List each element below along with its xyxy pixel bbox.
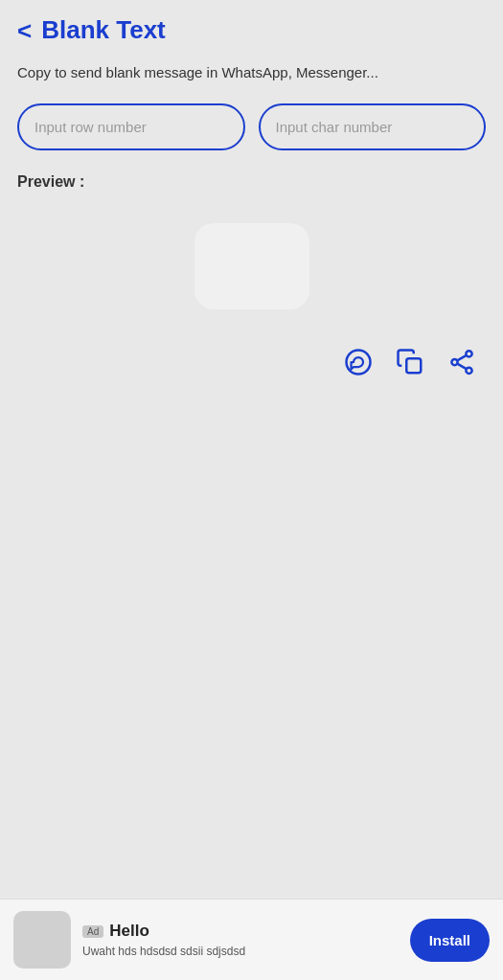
subtitle-text: Copy to send blank message in WhatsApp, … bbox=[17, 62, 486, 82]
svg-line-5 bbox=[458, 355, 467, 360]
page-title: Blank Text bbox=[41, 15, 166, 45]
ad-label-row: Ad Hello bbox=[82, 922, 399, 941]
ad-text-block: Ad Hello Uwaht hds hdsdsd sdsii sdjsdsd bbox=[82, 922, 399, 958]
svg-point-2 bbox=[466, 351, 471, 356]
install-button[interactable]: Install bbox=[410, 919, 490, 962]
svg-point-0 bbox=[347, 351, 371, 375]
whatsapp-icon[interactable] bbox=[344, 348, 373, 376]
header: < Blank Text bbox=[17, 15, 486, 45]
preview-area bbox=[17, 204, 486, 329]
preview-bubble bbox=[194, 223, 309, 309]
row-number-input[interactable] bbox=[17, 103, 245, 150]
ad-title: Hello bbox=[109, 922, 149, 941]
svg-point-3 bbox=[451, 359, 457, 365]
preview-label: Preview : bbox=[17, 173, 486, 191]
svg-rect-1 bbox=[406, 358, 421, 373]
ad-banner: Ad Hello Uwaht hds hdsdsd sdsii sdjsdsd … bbox=[0, 899, 503, 980]
char-number-input[interactable] bbox=[259, 103, 487, 150]
ad-subtitle: Uwaht hds hdsdsd sdsii sdjsdsd bbox=[82, 945, 399, 958]
svg-line-6 bbox=[458, 364, 467, 369]
svg-point-4 bbox=[466, 368, 471, 374]
inputs-row bbox=[17, 103, 486, 150]
actions-row bbox=[17, 348, 486, 376]
ad-tag: Ad bbox=[82, 925, 103, 938]
ad-thumbnail bbox=[13, 911, 71, 969]
share-icon[interactable] bbox=[447, 348, 476, 376]
back-button[interactable]: < bbox=[17, 18, 32, 43]
copy-icon[interactable] bbox=[396, 348, 424, 376]
